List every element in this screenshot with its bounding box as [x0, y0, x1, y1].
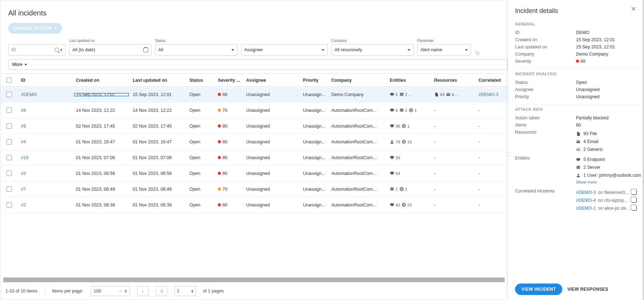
correlated-incident-link[interactable]: #DEMO-1 [576, 206, 596, 211]
company-filter-label: Company: [331, 39, 414, 43]
table-row[interactable]: #8 14 Nov 2023, 12:22 14 Nov 2023, 12:22… [0, 103, 508, 118]
more-filters-button[interactable]: More [8, 59, 508, 70]
cell-created: 01 Nov 2023, 07:06 [73, 155, 130, 160]
table-row[interactable]: #10 01 Nov 2023, 07:06 01 Nov 2023, 07:0… [0, 150, 508, 166]
parameter-filter[interactable]: Alert name [417, 44, 471, 56]
copy-icon[interactable] [632, 190, 637, 195]
col-id[interactable]: ID [18, 77, 73, 83]
page-number-input[interactable]: 1 [174, 286, 196, 296]
incident-id-link[interactable]: #DEMO [21, 92, 37, 97]
cell-severity: 70 [215, 108, 243, 113]
row-checkbox[interactable] [6, 202, 12, 208]
cell-entities: 33 [387, 155, 431, 160]
cell-status: Open [187, 108, 215, 113]
view-responses-button[interactable]: VIEW RESPONSES [567, 287, 608, 292]
cell-status: Open [187, 187, 215, 192]
detail-company: Demo Company [576, 52, 643, 57]
row-checkbox[interactable] [6, 155, 12, 160]
table-row[interactable]: #3 01 Nov 2023, 06:56 01 Nov 2023, 06:56… [0, 166, 508, 181]
items-per-page-select[interactable]: 100 × [91, 286, 130, 296]
col-resources[interactable]: Resources [431, 77, 476, 83]
last-updated-filter-label: Last updated on [69, 39, 152, 43]
table-row[interactable]: #DEMO 15 Sep 2023, 12:01 15 Sep 2023, 12… [0, 87, 508, 103]
cell-company: AutomationRootCom... [328, 203, 387, 208]
endpoint-icon: 38 [390, 124, 400, 128]
chevron-down-icon [465, 49, 468, 51]
pager-next-button[interactable]: › [137, 286, 149, 296]
cell-resources: - [431, 187, 476, 192]
cell-created: 02 Nov 2023, 17:45 [73, 124, 130, 129]
row-checkbox[interactable] [6, 92, 12, 97]
incident-id-link[interactable]: #2 [21, 203, 26, 208]
change-status-button[interactable]: CHANGE STATUS [8, 23, 62, 34]
assignee-filter[interactable]: Assignee [241, 44, 328, 56]
col-assignee[interactable]: Assignee [243, 77, 300, 83]
correlated-incident-link[interactable]: #DEMO-4 [576, 198, 596, 203]
last-updated-filter[interactable]: All (to date) [69, 44, 152, 56]
copy-icon[interactable] [632, 198, 637, 203]
col-priority[interactable]: Priority [300, 77, 328, 83]
cell-assignee: Unassigned [243, 92, 300, 97]
show-more-link[interactable]: Show more [576, 179, 643, 186]
col-updated[interactable]: Last updated on [130, 77, 186, 83]
col-company[interactable]: Company [328, 77, 387, 83]
row-checkbox[interactable] [6, 108, 12, 113]
horizontal-scrollbar[interactable] [3, 277, 505, 282]
server-icon: 1 [390, 187, 398, 191]
correlated-link[interactable]: #DEMO-3 [479, 92, 499, 97]
cell-priority: Unassign... [300, 108, 328, 113]
incident-id-link[interactable]: #8 [21, 108, 26, 113]
select-all-checkbox[interactable] [6, 77, 12, 83]
incident-id-link[interactable]: #10 [21, 155, 29, 160]
table-row[interactable]: #2 01 Nov 2023, 06:38 01 Nov 2023, 06:38… [0, 197, 508, 213]
toolbar: CHANGE STATUS [0, 23, 508, 39]
severity-dot-icon [218, 187, 221, 191]
row-checkbox[interactable] [6, 171, 12, 176]
table-row[interactable]: #9 02 Nov 2023, 17:45 02 Nov 2023, 17:45… [0, 118, 508, 134]
cell-status: Open [187, 139, 215, 144]
table-header: ID Created on Last updated on Status Sev… [0, 74, 508, 87]
id-filter-input[interactable]: ID [8, 44, 66, 56]
incident-id-link[interactable]: #3 [21, 171, 26, 176]
row-checkbox[interactable] [6, 139, 12, 144]
table-row[interactable]: #4 01 Nov 2023, 16:47 01 Nov 2023, 16:47… [0, 134, 508, 150]
detail-alerts-link[interactable]: 90 [576, 123, 643, 128]
incident-id-link[interactable]: #7 [21, 187, 26, 192]
search-icon [54, 48, 59, 52]
email-icon [576, 139, 581, 144]
correlated-incident-link[interactable]: #DEMO-3 [576, 190, 596, 195]
chevron-down-icon [231, 49, 234, 51]
col-created[interactable]: Created on [73, 77, 130, 83]
cell-company: AutomationRootCom... [328, 187, 387, 192]
incident-id-link[interactable]: #4 [21, 139, 26, 144]
pager-last-button[interactable]: ›| [156, 286, 167, 296]
col-severity[interactable]: Severity ... [215, 77, 243, 83]
row-checkbox[interactable] [6, 186, 12, 192]
section-attack: ATTACK INFO [515, 107, 643, 111]
copy-icon[interactable] [632, 206, 637, 211]
company-filter[interactable]: All recursively [331, 44, 414, 56]
col-entities[interactable]: Entities [387, 77, 431, 83]
cell-resources: - [431, 171, 476, 176]
close-icon[interactable]: ✕ [631, 5, 636, 13]
view-incident-button[interactable]: VIEW INCIDENT [515, 284, 562, 295]
row-checkbox[interactable] [6, 123, 12, 129]
section-general: GENERAL [515, 22, 643, 26]
status-filter[interactable]: All [155, 44, 237, 56]
col-status[interactable]: Status [187, 77, 215, 83]
drag-handle-icon[interactable]: ⋮⋮ [506, 150, 511, 157]
cell-resources: - [431, 139, 476, 144]
filters-row: ID Last updated on All (to date) Status:… [0, 39, 508, 59]
cell-company: Demo Company [328, 92, 387, 97]
incidents-table: ID Created on Last updated on Status Sev… [0, 73, 508, 300]
items-per-page-label: Items per page: [52, 289, 83, 294]
col-correlated[interactable]: Correlated [476, 77, 508, 83]
detail-entities: 5 Endpoint2 Server1 User: johnny@outlook… [576, 156, 643, 186]
table-row[interactable]: #7 01 Nov 2023, 06:49 01 Nov 2023, 06:49… [0, 181, 508, 197]
cell-created: 15 Sep 2023, 12:01 [73, 92, 130, 97]
incident-id-link[interactable]: #9 [21, 124, 26, 129]
email-icon: 4 ... [446, 92, 458, 97]
cell-assignee: Unassigned [243, 155, 300, 160]
cell-correlated: - [476, 108, 508, 113]
chevron-down-icon [54, 28, 57, 29]
